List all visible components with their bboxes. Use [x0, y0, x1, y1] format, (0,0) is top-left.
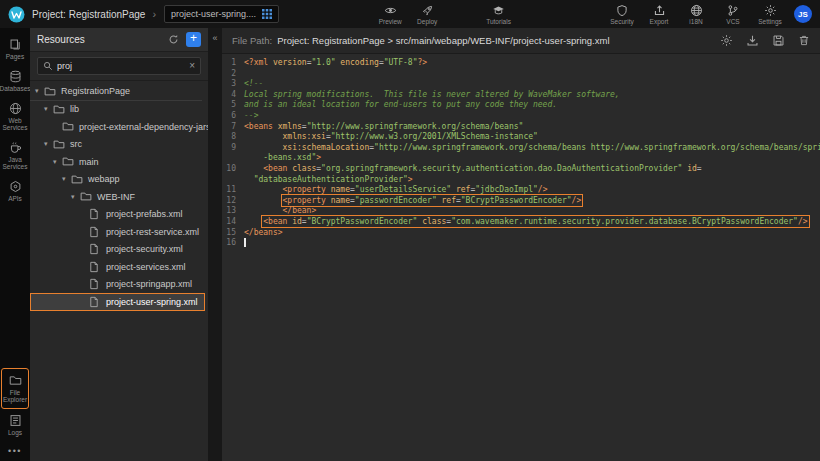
code-area[interactable]: 1<?xml version="1.0" encoding="UTF-8"?>2… — [222, 54, 820, 461]
editor-settings-gear-icon[interactable] — [720, 34, 733, 47]
code-line[interactable]: 5and is an ideal location for end-users … — [226, 100, 820, 111]
sidebar-item-java-services[interactable]: Java Services — [0, 136, 30, 175]
open-file-selector[interactable]: project-user-spring.... — [164, 5, 279, 23]
code-text: <!-- — [244, 79, 263, 90]
tree-file-project-security.xml[interactable]: project-security.xml — [30, 241, 190, 259]
search-icon — [43, 61, 53, 71]
line-number: 5 — [226, 100, 244, 111]
code-line[interactable]: 10 <bean class="org.springframework.secu… — [226, 164, 820, 175]
preview-eye-icon — [384, 4, 397, 17]
top-bar: Project: RegistrationPage › project-user… — [0, 0, 820, 28]
settings-button[interactable]: Settings — [758, 4, 782, 25]
folder-icon — [80, 191, 94, 202]
code-text: <bean id="BCryptPasswordEncoder" class="… — [244, 217, 808, 228]
code-line[interactable]: 14 <bean id="BCryptPasswordEncoder" clas… — [226, 217, 820, 228]
sidebar-item-pages[interactable]: Pages — [0, 33, 30, 65]
tree-file-project-springapp.xml[interactable]: project-springapp.xml — [30, 276, 199, 294]
tree-item-label: webapp — [85, 174, 120, 184]
editor-header: File Path: Project: RegistrationPage > s… — [222, 28, 820, 54]
resource-tree: ▾RegistrationPage▾libproject-external-de… — [30, 80, 208, 461]
add-resource-button[interactable]: + — [186, 32, 201, 47]
code-text: --> — [244, 111, 258, 122]
grid-icon[interactable] — [262, 9, 272, 19]
tree-folder-RegistrationPage[interactable]: ▾RegistrationPage — [30, 83, 202, 101]
i18n-label: i18N — [689, 18, 702, 25]
caret-down-icon[interactable]: ▾ — [44, 105, 53, 113]
tree-file-project-user-spring.xml[interactable]: project-user-spring.xml — [30, 293, 205, 311]
tree-folder-src[interactable]: ▾src — [30, 136, 89, 154]
code-line[interactable]: 4Local spring modifications. This file i… — [226, 90, 820, 101]
tree-folder-project-external-dependency-jars[interactable]: project-external-dependency-jars — [30, 118, 208, 136]
sidebar-item-databases[interactable]: Databases — [0, 65, 30, 97]
refresh-icon[interactable] — [168, 34, 179, 45]
tree-item-label: main — [76, 157, 99, 167]
sidebar-item-file-explorer[interactable]: File Explorer — [1, 368, 29, 409]
caret-down-icon[interactable]: ▾ — [71, 193, 80, 201]
code-text: and is an ideal location for end-users t… — [244, 100, 557, 111]
caret-down-icon[interactable]: ▾ — [44, 140, 53, 148]
save-icon[interactable] — [772, 34, 785, 47]
sidebar-label: File Explorer — [3, 389, 27, 403]
code-line[interactable]: 15</beans> — [226, 228, 820, 239]
preview-button[interactable]: Preview — [378, 4, 402, 25]
code-line[interactable]: 3<!-- — [226, 79, 820, 90]
tree-file-project-rest-service.xml[interactable]: project-rest-service.xml — [30, 223, 206, 241]
more-options-ellipsis-icon[interactable]: ••• — [0, 441, 30, 458]
security-button[interactable]: Security — [610, 4, 634, 25]
code-line[interactable]: 13 </bean> — [226, 206, 820, 217]
tree-folder-main[interactable]: ▾main — [30, 153, 106, 171]
code-line[interactable]: 16 — [226, 238, 820, 249]
tree-file-project-prefabs.xml[interactable]: project-prefabs.xml — [30, 206, 190, 224]
i18n-button[interactable]: i18N — [684, 4, 708, 25]
tree-file-project-services.xml[interactable]: project-services.xml — [30, 258, 193, 276]
line-number: 13 — [226, 206, 244, 217]
vcs-branch-icon — [727, 4, 739, 17]
deploy-button[interactable]: Deploy — [415, 4, 439, 25]
caret-down-icon[interactable]: ▾ — [53, 158, 62, 166]
tutorials-button[interactable]: Tutorials — [486, 4, 511, 25]
tree-item-label: src — [67, 139, 82, 149]
sidebar-item-web-services[interactable]: Web Services — [0, 97, 30, 136]
export-button[interactable]: Export — [647, 4, 671, 25]
download-icon[interactable] — [746, 34, 759, 47]
code-line[interactable]: 9 xsi:schemaLocation="http://www.springf… — [226, 143, 820, 154]
caret-down-icon[interactable]: ▾ — [35, 87, 44, 95]
line-number: 8 — [226, 132, 244, 143]
code-line[interactable]: 6--> — [226, 111, 820, 122]
search-input[interactable] — [57, 61, 185, 71]
clear-search-icon[interactable]: × — [189, 61, 195, 71]
folder-icon — [53, 104, 67, 115]
sidebar-item-logs[interactable]: Logs — [0, 409, 30, 441]
collapse-panel-icon[interactable]: « — [212, 33, 217, 43]
code-line[interactable]: 11 <property name="userDetailsService" r… — [226, 185, 820, 196]
pages-icon — [9, 38, 22, 51]
code-line[interactable]: 8 xmlns:xsi="http://www.w3.org/2001/XMLS… — [226, 132, 820, 143]
api-hexagon-icon — [9, 180, 22, 193]
code-line[interactable]: 1<?xml version="1.0" encoding="UTF-8"?> — [226, 58, 820, 69]
topbar-right-actions: Security Export i18N VCS Settings — [610, 4, 782, 25]
vcs-button[interactable]: VCS — [721, 4, 745, 25]
code-line[interactable]: "databaseAuthenticationProvider"> — [226, 175, 820, 186]
tree-item-label: project-external-dependency-jars — [76, 122, 208, 132]
trash-icon[interactable] — [798, 34, 810, 47]
code-line[interactable]: 2 — [226, 69, 820, 80]
user-avatar[interactable]: JS — [794, 5, 812, 23]
tree-folder-lib[interactable]: ▾lib — [30, 101, 86, 119]
code-line[interactable]: 12 <property name="passwordEncoder" ref=… — [226, 196, 820, 207]
tree-folder-WEB-INF[interactable]: ▾WEB-INF — [30, 188, 142, 206]
deploy-label: Deploy — [417, 18, 437, 25]
code-line[interactable]: -beans.xsd"> — [226, 153, 820, 164]
resources-title: Resources — [37, 34, 161, 45]
code-line[interactable]: 7<beans xmlns="http://www.springframewor… — [226, 122, 820, 133]
tree-folder-webapp[interactable]: ▾webapp — [30, 171, 127, 189]
settings-label: Settings — [758, 18, 782, 25]
editor-actions — [720, 34, 810, 47]
sidebar-label: Web Services — [1, 117, 29, 131]
tree-item-label: project-security.xml — [103, 244, 183, 254]
export-icon — [653, 4, 666, 17]
security-label: Security — [610, 18, 633, 25]
resource-search[interactable]: × — [37, 57, 201, 75]
tree-item-label: project-services.xml — [103, 262, 186, 272]
sidebar-item-apis[interactable]: APIs — [0, 175, 30, 207]
caret-down-icon[interactable]: ▾ — [62, 175, 71, 183]
